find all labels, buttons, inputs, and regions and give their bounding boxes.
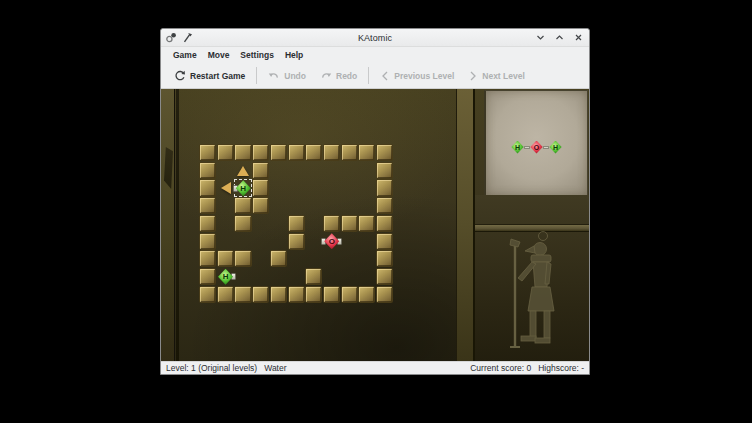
move-arrow-left[interactable]: [221, 182, 231, 194]
preview-atom-h: H: [511, 141, 524, 154]
window-title: KAtomic: [161, 33, 589, 43]
wall-tile: [252, 162, 269, 179]
wall-tile: [341, 144, 358, 161]
wall-tile: [288, 286, 305, 303]
wall-tile: [270, 250, 287, 267]
egyptian-relief-decoration: [475, 195, 589, 361]
wall-tile: [234, 286, 251, 303]
wall-tile: [341, 286, 358, 303]
menubar: GameMoveSettingsHelp: [161, 47, 589, 63]
toolbar-label: Previous Level: [394, 71, 454, 81]
toolbar-label: Undo: [284, 71, 306, 81]
redo-icon: [320, 70, 332, 82]
wall-tile: [305, 286, 322, 303]
wall-tile: [234, 250, 251, 267]
wall-tile: [252, 144, 269, 161]
previous-level-button[interactable]: Previous Level: [373, 66, 461, 86]
wall-tile: [376, 197, 393, 214]
target-molecule: HOH: [511, 141, 562, 154]
undo-icon: [268, 70, 280, 82]
wall-tile: [199, 215, 216, 232]
menu-help[interactable]: Help: [280, 49, 308, 61]
next-level-button[interactable]: Next Level: [461, 66, 532, 86]
wall-tile: [376, 250, 393, 267]
undo-button[interactable]: Undo: [261, 66, 313, 86]
restart-game-button[interactable]: Restart Game: [167, 66, 252, 86]
wall-tile: [199, 250, 216, 267]
preview-atom-o: O: [530, 141, 543, 154]
toolbar-separator: [256, 67, 257, 84]
wall-tile: [270, 286, 287, 303]
wall-tile: [305, 144, 322, 161]
status-level: Level: 1 (Original levels): [166, 363, 257, 373]
menu-game[interactable]: Game: [168, 49, 202, 61]
status-highscore: Highscore: -: [538, 363, 584, 373]
chevron-left-icon: [380, 70, 390, 82]
wall-tile: [323, 144, 340, 161]
wall-tile: [376, 286, 393, 303]
wall-tile: [305, 268, 322, 285]
redo-button[interactable]: Redo: [313, 66, 364, 86]
menu-move[interactable]: Move: [203, 49, 235, 61]
wall-tile: [234, 215, 251, 232]
wall-tile: [252, 179, 269, 196]
wall-tile: [217, 144, 234, 161]
egyptian-figure-icon: [497, 229, 577, 354]
toolbar-separator: [368, 67, 369, 84]
wall-tile: [288, 144, 305, 161]
preview-bond: [524, 146, 530, 149]
maximize-button[interactable]: [553, 32, 565, 44]
wall-tile: [288, 233, 305, 250]
move-arrow-up[interactable]: [237, 166, 249, 176]
titlebar: KAtomic: [161, 29, 589, 47]
wall-tile: [323, 286, 340, 303]
wall-tile: [358, 215, 375, 232]
wall-tile: [358, 286, 375, 303]
wall-tile: [323, 215, 340, 232]
wall-tile: [217, 286, 234, 303]
statusbar: Level: 1 (Original levels) Water Current…: [161, 361, 589, 374]
preview-atom-h: H: [549, 141, 562, 154]
restart-icon: [174, 70, 186, 82]
wall-tile: [376, 179, 393, 196]
chevron-right-icon: [468, 70, 478, 82]
wall-tile: [199, 233, 216, 250]
preview-bond: [543, 146, 549, 149]
minimize-button[interactable]: [534, 32, 546, 44]
wall-tile: [234, 197, 251, 214]
status-current-score: Current score: 0: [470, 363, 531, 373]
close-button[interactable]: [572, 32, 584, 44]
wall-tile: [252, 286, 269, 303]
menu-settings[interactable]: Settings: [235, 49, 279, 61]
wall-tile: [288, 215, 305, 232]
wall-tile: [376, 215, 393, 232]
wall-tile: [217, 250, 234, 267]
wall-tile: [341, 215, 358, 232]
wall-tile: [199, 162, 216, 179]
wall-tile: [234, 144, 251, 161]
atom-o[interactable]: O: [324, 233, 340, 249]
status-molecule-name: Water: [264, 363, 286, 373]
wall-tile: [199, 197, 216, 214]
wall-tile: [199, 144, 216, 161]
molecule-preview-panel: HOH: [484, 90, 588, 196]
wall-tile: [358, 144, 375, 161]
atom-h[interactable]: H: [218, 269, 234, 285]
wall-tile: [376, 162, 393, 179]
wall-tile: [252, 197, 269, 214]
katomic-window: KAtomic GameMoveSettingsHelp Restart Gam…: [160, 28, 590, 375]
toolbar: Restart GameUndoRedoPrevious LevelNext L…: [161, 63, 589, 89]
wall-tile: [199, 179, 216, 196]
wall-tile: [376, 144, 393, 161]
wall-tile: [376, 233, 393, 250]
wall-tile: [199, 268, 216, 285]
toolbar-label: Next Level: [482, 71, 525, 81]
wall-tile: [270, 144, 287, 161]
wall-tile: [199, 286, 216, 303]
wall-tile: [376, 268, 393, 285]
game-area: HOH HOH: [161, 89, 589, 361]
toolbar-label: Redo: [336, 71, 357, 81]
toolbar-label: Restart Game: [190, 71, 245, 81]
